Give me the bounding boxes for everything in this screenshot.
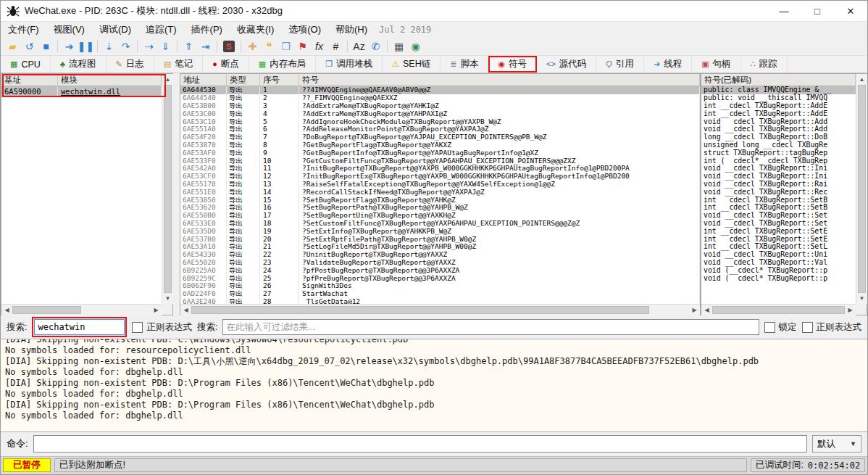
decoded-symbol-row[interactable]: void __cdecl TXBugReport::Val [701,259,856,267]
scroll-right-arrow[interactable]: ▶ [845,305,856,315]
symbol-row[interactable]: 6AE53850导出15?SetBugReportFlag@TXBugRepor… [180,197,700,205]
tab-memory-map[interactable]: ▦内存布局 [249,56,316,73]
decoded-symbol-row[interactable]: void __cdecl TXBugReport::Ini [701,173,856,181]
tab-handles[interactable]: ▣句柄 [692,56,740,73]
decoded-symbol-row[interactable]: void (__cdecl* TXBugReport::p [701,267,856,275]
attach-icon[interactable]: ✆ [367,39,384,54]
scroll-left-arrow[interactable]: ◀ [701,305,712,315]
symbol-row[interactable]: 6AE55020导出23?ValidateBugReport@TXBugRepo… [180,259,700,267]
menu-item[interactable]: 插件(P) [184,22,230,38]
tab-script[interactable]: ≣脚本 [441,56,488,73]
symbol-row[interactable]: 6B92259C导出25?pfPreBugReport@TXBugReport@… [180,275,700,283]
symbol-row[interactable]: 6AE53CF0导出12?InitBugReportEx@TXBugReport… [180,173,700,181]
decoded-symbol-row[interactable]: int __cdecl TXBugReport::SetE [701,236,856,244]
minimize-button[interactable]: — [767,1,801,21]
bookmarks-icon[interactable]: ⚑ [294,39,311,54]
close-button[interactable]: ✕ [834,1,867,21]
symbol-row[interactable]: 6AE53620导出16?SetBugReportPath@TXBugRepor… [180,204,700,212]
symbol-row[interactable]: 6AE533F0导出10?GetCustomFiltFunc@TXBugRepo… [180,157,700,165]
symbol-row[interactable]: 6B9225A0导出24?pfPostBugReport@TXBugReport… [180,267,700,275]
symbols-header-symbol[interactable]: 符号 [299,74,700,86]
decoded-symbol-row[interactable]: public: class IMVQQEngine & __ [701,86,856,94]
log-output[interactable]: [DIA] Skipping non-existent PDB: C:\Wind… [1,339,867,432]
symbols-hscrollbar[interactable]: ◀ ▶ [180,304,700,315]
menu-item[interactable]: 帮助(H) [328,22,375,38]
module-row[interactable]: 6A590000wechatwin.dll [1,86,162,96]
hash-icon[interactable]: # [327,39,344,54]
symbol-row[interactable]: 6AE53AF0导出9?GetBugReportInfo@TXBugReport… [180,149,700,157]
tab-references[interactable]: Ϙ引用 [596,56,644,73]
run-icon[interactable]: ➔ [61,39,78,54]
strings-icon[interactable]: Az [351,39,367,54]
panel-splitter[interactable] [173,73,180,315]
menu-item[interactable]: 选项(O) [281,22,328,38]
symbol-row[interactable]: 6AE551A0导出6?AddReleaseMonitorPoint@TXBug… [180,125,700,133]
scroll-thumb[interactable] [12,306,81,314]
tab-source[interactable]: <>源代码 [537,56,596,73]
run-to-user-code-icon[interactable]: ⇥ [197,39,214,54]
symbol-row[interactable]: 6AA3E240导出28_TlsGetData@12 [180,298,700,304]
symbol-row[interactable]: 6AE53B00导出3?AddExtraMem@TXBugReport@@YAH… [180,102,700,110]
symbol-row[interactable]: 6A644530导出1??4IMVQQEngine@@QAEAAV0@ABV0@… [180,86,700,94]
tab-notes[interactable]: ▤笔记 [154,56,203,73]
decoded-hscrollbar[interactable]: ◀ ▶ [701,304,856,315]
comments-icon[interactable]: ❝ [261,39,277,54]
decoded-symbol-row[interactable]: void __cdecl TXBugReport::Add [701,118,856,126]
execute-till-return-icon[interactable]: ⇑ [180,39,197,54]
scroll-down-arrow[interactable]: ▼ [162,293,173,304]
decoded-symbol-row[interactable]: public: void __thiscall IMVQQ [701,94,856,102]
decoded-symbol-row[interactable]: int __cdecl TXBugReport::SetB [701,204,856,212]
functions-icon[interactable]: fx [311,39,327,54]
tab-graph[interactable]: ♣流程图 [51,56,107,73]
symbols-header-address[interactable]: 地址 [180,74,227,86]
regex2-checkbox[interactable] [802,322,813,333]
decoded-symbol-row[interactable]: int (__cdecl*__cdecl TXBugRep [701,157,856,165]
decoded-symbol-row[interactable]: void (__cdecl* TXBugReport::p [701,275,856,283]
symbol-row[interactable]: 6AE53C00导出4?AddExtraMem@TXBugReport@@YAH… [180,110,700,118]
symbol-row[interactable]: 6AE533E0导出18?SetCustomFiltFunc@TXBugRepo… [180,220,700,228]
symbol-row[interactable]: 6AD224F0导出27StartWachat [180,290,700,298]
menu-item[interactable]: 文件(F) [1,22,46,38]
menu-item[interactable]: 调试(D) [92,22,138,38]
step-into-icon[interactable]: ⇣ [101,39,117,54]
patches-icon[interactable]: ✚ [244,39,261,54]
decoded-symbol-row[interactable]: void __cdecl TXBugReport::Add [701,125,856,133]
symbol-row[interactable]: 6AE54330导出22?UninitBugReport@TXBugReport… [180,251,700,259]
symbol-row[interactable]: 6AE55170导出13?RaiseSelfFatalException@TXB… [180,181,700,189]
step-over-icon[interactable]: ↷ [117,39,134,54]
decoded-symbol-row[interactable]: struct TXBugReport::tagBugRep [701,149,856,157]
tab-breakpoints[interactable]: ●断点 [203,56,249,73]
menu-item[interactable]: 收藏夹(I) [230,22,281,38]
decoded-header-label[interactable]: 符号(已解码) [701,74,856,86]
decoded-symbol-row[interactable]: void __cdecl TXBugReport::Rai [701,181,856,189]
decoded-symbol-row[interactable]: unsigned long __cdecl TXBugRe [701,141,856,149]
decoded-vscrollbar[interactable]: ▲ ▼ [856,74,867,304]
modules-header-base[interactable]: 基址 [1,74,58,86]
scroll-thumb[interactable] [164,85,172,293]
tab-call-stack[interactable]: ❒调用堆栈 [316,56,383,73]
pause-icon[interactable]: ❚❚ [78,39,94,54]
scroll-right-arrow[interactable]: ▶ [689,305,700,315]
symbol-row[interactable]: 6AE53870导出8?GetBugReportFlag@TXBugReport… [180,141,700,149]
tab-threads[interactable]: ➔线程 [644,56,692,73]
scroll-up-arrow[interactable]: ▲ [162,74,173,85]
labels-icon[interactable]: ❒ [277,39,294,54]
symbol-row[interactable]: 6AE53A10导出21?SetLogFileMd5Dir@TXBugRepor… [180,243,700,251]
run-until-icon[interactable]: ⇢ [141,39,157,54]
symbol-row[interactable]: 6A644540导出2??_FIMVQQEngine@@QAEXXZ [180,94,700,102]
maximize-button[interactable]: □ [801,1,834,21]
command-profile-dropdown[interactable]: 默认 ▼ [812,435,861,453]
decoded-symbol-row[interactable]: void __cdecl TXBugReport::Set [701,212,856,220]
decoded-symbol-row[interactable]: void __cdecl TXBugReport::Ini [701,165,856,173]
decoded-symbol-row[interactable]: int __cdecl TXBugReport::SetB [701,197,856,205]
scylla-icon[interactable]: S [223,41,235,52]
symbol-row[interactable]: 6AE535D0导出19?SetExtInfo@TXBugReport@@YAH… [180,228,700,236]
symbol-row[interactable]: 6AE542A0导出11?InitBugReport@TXBugReport@@… [180,165,700,173]
decoded-symbol-row[interactable]: long __cdecl TXBugReport::DoB [701,133,856,141]
symbol-row[interactable]: 6AE550B0导出17?SetBugReportUin@TXBugReport… [180,212,700,220]
decoded-symbol-row[interactable]: void __cdecl TXBugReport::Set [701,220,856,228]
scroll-left-arrow[interactable]: ◀ [180,305,191,315]
scroll-down-arrow[interactable]: ▼ [856,293,867,304]
calculator-icon[interactable]: ▦ [391,39,407,54]
decoded-symbol-row[interactable]: int __cdecl TXBugReport::SetL [701,243,856,251]
